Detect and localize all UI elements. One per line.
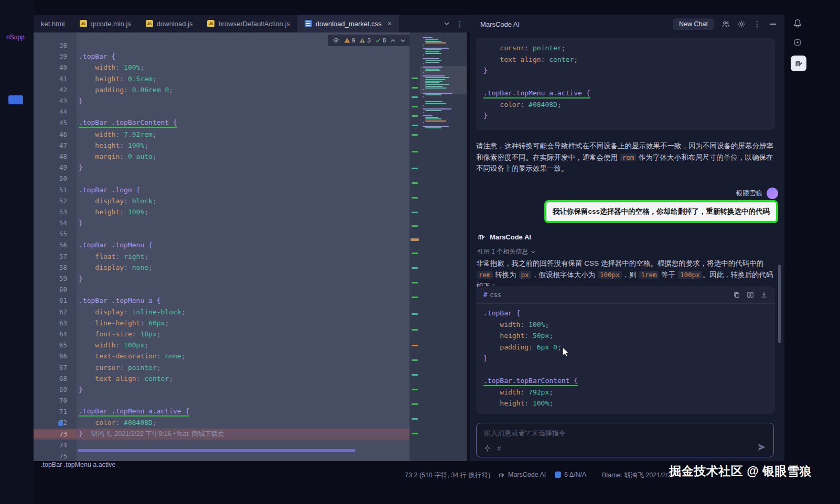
code-line-55[interactable]: 55 xyxy=(34,228,410,239)
code-line-68[interactable]: 68 text-align: center; xyxy=(34,373,410,384)
code-line-69[interactable]: 69} xyxy=(34,384,410,395)
stripe-mark[interactable] xyxy=(412,106,418,107)
code-line-61[interactable]: 61.topBar .topMenu a { xyxy=(34,295,410,306)
stripe-mark[interactable] xyxy=(412,433,418,434)
code-line-49[interactable]: 49} xyxy=(34,162,410,173)
code-line-50[interactable]: 50 xyxy=(34,173,410,184)
blame-status[interactable]: Blame: 胡鸿飞 2021/2/2 xyxy=(602,471,671,480)
stripe-mark[interactable] xyxy=(412,212,418,213)
code-line-40[interactable]: 40 width: 100%; xyxy=(34,62,410,73)
hash-command-icon[interactable]: # xyxy=(497,444,501,452)
stripe-mark[interactable] xyxy=(412,134,418,136)
stripe-mark[interactable] xyxy=(412,182,418,184)
minimap[interactable] xyxy=(420,32,467,461)
prompt-sparkle-icon[interactable] xyxy=(484,445,491,452)
marscode-status[interactable]: MarsCode AI xyxy=(498,471,546,478)
code-line-72[interactable]: 72 color: #08408D; xyxy=(34,417,410,428)
gear-icon[interactable] xyxy=(737,20,746,28)
people-icon[interactable] xyxy=(721,20,730,28)
stripe-mark[interactable] xyxy=(412,313,418,315)
close-tab-icon[interactable]: × xyxy=(387,20,392,27)
stripe-mark[interactable] xyxy=(412,374,418,376)
stripe-mark[interactable] xyxy=(412,151,418,152)
more-options-icon[interactable]: ⋮ xyxy=(456,19,464,28)
diff-icon[interactable] xyxy=(747,291,754,299)
stripe-mark[interactable] xyxy=(412,389,418,390)
code-line-64[interactable]: 64 font-size: 18px; xyxy=(34,328,410,339)
stripe-mark[interactable] xyxy=(412,345,418,346)
code-line-58[interactable]: 58 display: none; xyxy=(34,262,410,273)
code-line-54[interactable]: 54} xyxy=(34,217,410,228)
marscode-tool-window-icon[interactable] xyxy=(791,56,806,71)
stripe-mark[interactable] xyxy=(412,125,418,126)
code-line-73[interactable]: 73}胡鸿飞, 2021/2/22 下午9:16 • feat: 商城下载页 xyxy=(34,429,410,440)
tool-window-button[interactable] xyxy=(8,95,23,104)
stripe-mark[interactable] xyxy=(412,253,418,254)
code-line-60[interactable]: 60 xyxy=(34,284,410,295)
stripe-mark[interactable] xyxy=(412,297,418,298)
notifications-bell-icon[interactable] xyxy=(793,19,802,28)
stripe-mark[interactable] xyxy=(412,115,418,117)
breadcrumb[interactable]: .topBar .topMenu a.active xyxy=(41,461,115,468)
code-line-48[interactable]: 48 margin: 0 auto; xyxy=(34,151,410,162)
code-line-53[interactable]: 53 height: 100%; xyxy=(34,206,410,217)
tab-download_market.css[interactable]: download_market.css× xyxy=(297,15,399,32)
code-line-41[interactable]: 41 height: 0.5rem; xyxy=(34,73,410,84)
stripe-mark[interactable] xyxy=(412,403,418,405)
code-line-63[interactable]: 63 line-height: 60px; xyxy=(34,317,410,328)
chevron-down-icon[interactable] xyxy=(444,20,450,27)
stripe-mark[interactable] xyxy=(412,282,418,283)
copy-icon[interactable] xyxy=(733,291,740,299)
tab-download.js[interactable]: JSdownload.js xyxy=(138,15,200,32)
code-line-71[interactable]: 71.topBar .topMenu a.active { xyxy=(34,406,410,417)
code-line-52[interactable]: 52 display: block; xyxy=(34,195,410,206)
stripe-mark[interactable] xyxy=(412,96,418,98)
next-problem-icon[interactable] xyxy=(400,38,406,43)
code-line-42[interactable]: 42 padding: 0.06rem 0; xyxy=(34,84,410,95)
code-line-47[interactable]: 47 height: 100%; xyxy=(34,140,410,151)
code-line-65[interactable]: 65 width: 100px; xyxy=(34,339,410,350)
horizontal-scrollbar[interactable] xyxy=(78,449,356,452)
stripe-mark[interactable] xyxy=(412,168,418,169)
code-line-39[interactable]: 39.topBar { xyxy=(34,51,410,62)
weak-warnings-count[interactable]: 3 xyxy=(359,37,370,43)
error-stripe[interactable] xyxy=(410,32,420,461)
code-line-44[interactable]: 44 xyxy=(34,106,410,117)
new-chat-button[interactable]: New Chat xyxy=(673,18,714,30)
code-line-70[interactable]: 70 xyxy=(34,395,410,406)
minimize-icon[interactable] xyxy=(769,20,777,28)
stripe-mark[interactable] xyxy=(412,329,418,331)
stripe-mark[interactable] xyxy=(412,267,418,269)
code-line-51[interactable]: 51.topBar .logo { xyxy=(34,184,410,195)
stripe-mark[interactable] xyxy=(412,225,418,227)
code-line-43[interactable]: 43} xyxy=(34,95,410,106)
ai-chat-tool-icon[interactable] xyxy=(793,38,802,47)
stripe-mark[interactable] xyxy=(412,197,418,199)
prev-problem-icon[interactable] xyxy=(390,38,396,43)
more-options-icon[interactable]: ⋮ xyxy=(753,20,761,28)
stripe-mark[interactable] xyxy=(412,78,418,79)
code-line-62[interactable]: 62 display: inline-block; xyxy=(34,306,410,317)
code-line-45[interactable]: 45.topBar .topBarContent { xyxy=(34,117,410,128)
stripe-mark[interactable] xyxy=(411,238,419,241)
code-line-66[interactable]: 66 text-decoration: none; xyxy=(34,350,410,361)
code-line-59[interactable]: 59} xyxy=(34,273,410,284)
stripe-mark[interactable] xyxy=(412,87,418,89)
warnings-count[interactable]: 9 xyxy=(344,37,355,43)
quoted-context-toggle[interactable]: 引用 1 个相关信息 xyxy=(477,247,536,256)
send-icon[interactable] xyxy=(757,443,766,452)
tab-ket.html[interactable]: ket.html xyxy=(34,15,72,32)
stripe-mark[interactable] xyxy=(412,359,418,361)
highlighting-eye-icon[interactable] xyxy=(332,37,340,44)
code-line-57[interactable]: 57 float: right; xyxy=(34,251,410,262)
stripe-mark[interactable] xyxy=(412,418,418,420)
chat-input[interactable]: 输入消息或者"/"来选择指令 # xyxy=(476,423,774,457)
code-line-56[interactable]: 56.topBar .topMenu { xyxy=(34,239,410,250)
tab-browserDefaultAction.js[interactable]: JSbrowserDefaultAction.js xyxy=(200,15,297,32)
passed-count[interactable]: 8 xyxy=(375,37,386,43)
insert-icon[interactable] xyxy=(760,291,768,299)
caret-position-status[interactable]: 73:2 (510 字符, 34 行 换行符) xyxy=(405,471,490,480)
tab-qrcode.min.js[interactable]: JSqrcode.min.js xyxy=(72,15,138,32)
code-line-46[interactable]: 46 width: 7.92rem; xyxy=(34,129,410,140)
sync-status[interactable]: 6 Δ/N/A xyxy=(555,471,586,478)
